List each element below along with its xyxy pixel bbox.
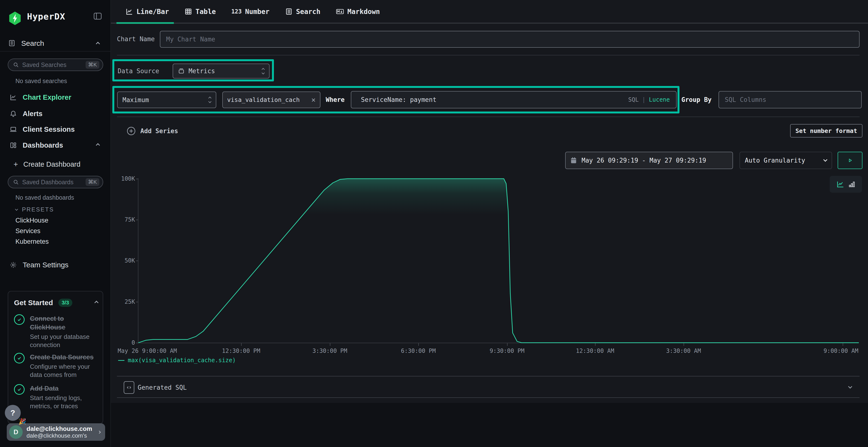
presets-header[interactable]: PRESETS — [16, 206, 54, 213]
get-started-item[interactable]: Create Data Sources Configure where your… — [14, 353, 98, 379]
get-started-item[interactable]: Connect to ClickHouse Set up your databa… — [14, 314, 98, 349]
get-started-item[interactable]: Add Data Start sending logs, metrics, or… — [14, 384, 98, 410]
x-tick-label: 9:00:00 AM — [824, 347, 859, 354]
chart-legend[interactable]: max(visa_validation_cache.size) — [118, 357, 236, 364]
sql-mode-button[interactable]: SQL — [628, 96, 639, 103]
where-input[interactable] — [351, 96, 628, 103]
sidebar-item-team-settings[interactable]: Team Settings — [0, 258, 111, 272]
avatar: D — [9, 425, 23, 439]
y-tick-label: 50K — [111, 257, 135, 264]
search-icon — [13, 62, 19, 68]
tab-label: Number — [245, 8, 270, 16]
metric-tag[interactable]: visa_validation_cach × — [222, 92, 320, 108]
aggregation-value: Maximum — [123, 96, 149, 104]
section-divider — [117, 398, 860, 398]
tab-table[interactable]: Table — [184, 8, 216, 16]
check-circle-icon — [14, 384, 25, 395]
x-tick-label: 6:30:00 PM — [401, 347, 436, 354]
shortcut-badge: ⌘K — [86, 178, 99, 186]
chart-plot-area[interactable] — [138, 178, 858, 343]
collapse-sidebar-icon[interactable] — [94, 12, 102, 20]
sidebar-item-label: Client Sessions — [23, 126, 75, 133]
tab-line-bar[interactable]: Line/Bar — [125, 8, 169, 16]
table-icon — [184, 8, 192, 15]
get-started-item-desc: Configure where your data comes from — [30, 363, 98, 379]
aggregation-select[interactable]: Maximum — [117, 92, 216, 108]
avatar-initial: D — [13, 428, 18, 436]
preset-services[interactable]: Services — [16, 227, 40, 235]
sidebar-item-alerts[interactable]: Alerts — [0, 106, 111, 121]
chevron-down-icon — [848, 385, 852, 389]
tab-label: Line/Bar — [136, 8, 169, 16]
user-menu[interactable]: D dale@clickhouse.com dale@clickhouse.co… — [7, 423, 105, 441]
chevron-up-icon[interactable] — [96, 42, 100, 46]
x-tick-label: 12:30:00 AM — [576, 347, 614, 354]
no-saved-dashboards-text: No saved dashboards — [16, 194, 74, 201]
y-axis-tick — [136, 220, 138, 220]
chevron-up-icon[interactable] — [96, 143, 100, 147]
add-series-button[interactable]: Add Series — [126, 126, 178, 136]
get-started-item-title: Create Data Sources — [30, 353, 94, 361]
shortcut-badge: ⌘K — [86, 61, 99, 69]
y-axis-tick — [136, 261, 138, 261]
user-email: dale@clickhouse.com — [27, 425, 98, 432]
saved-dashboards-placeholder: Saved Dashboards — [22, 179, 86, 186]
x-axis-tick — [684, 343, 684, 346]
tab-search[interactable]: Search — [285, 8, 320, 16]
section-divider — [117, 116, 860, 117]
search-icon — [13, 179, 19, 185]
select-chevrons-icon — [262, 68, 264, 74]
x-tick-label: 3:30:00 AM — [666, 347, 701, 354]
chevron-down-icon — [15, 208, 18, 211]
y-axis-tick — [136, 343, 138, 343]
plus-icon: + — [13, 160, 18, 169]
preset-clickhouse[interactable]: ClickHouse — [16, 217, 49, 224]
date-range-picker[interactable]: May 26 09:29:19 - May 27 09:29:19 — [565, 152, 733, 169]
help-label: ? — [10, 409, 15, 417]
team-settings-label: Team Settings — [23, 261, 68, 269]
create-dashboard-button[interactable]: + Create Dashboard — [0, 157, 111, 171]
get-started-badge: 3/3 — [58, 299, 72, 307]
check-circle-icon — [14, 353, 25, 364]
chevron-up-icon[interactable] — [94, 301, 99, 305]
line-chart-icon — [10, 94, 17, 101]
lucene-mode-button[interactable]: Lucene — [649, 96, 670, 103]
saved-searches-input[interactable]: Saved Searches ⌘K — [8, 59, 103, 71]
add-series-label: Add Series — [140, 128, 178, 135]
app-title: HyperDX — [27, 11, 65, 22]
get-started-item-desc: Set up your database connection — [30, 333, 98, 349]
get-started-item-desc: Start sending logs, metrics, or traces — [30, 394, 98, 410]
date-range-value: May 26 09:29:19 - May 27 09:29:19 — [582, 157, 706, 164]
tab-number[interactable]: 123 Number — [231, 8, 270, 16]
generated-sql-label: Generated SQL — [138, 384, 187, 391]
sidebar-item-client-sessions[interactable]: Client Sessions — [0, 122, 111, 137]
chart-name-input[interactable] — [160, 31, 860, 48]
saved-dashboards-input[interactable]: Saved Dashboards ⌘K — [8, 176, 103, 188]
lang-divider: | — [642, 96, 646, 103]
get-started-header[interactable]: Get Started 3/3 — [14, 299, 98, 307]
granularity-select[interactable]: Auto Granularity — [740, 152, 832, 169]
sidebar-section-search[interactable]: Search — [21, 39, 44, 47]
x-axis-tick — [843, 343, 843, 346]
tab-label: Table — [195, 8, 216, 16]
run-query-button[interactable] — [838, 152, 863, 169]
list-icon — [285, 8, 293, 15]
sidebar-item-chart-explorer[interactable]: Chart Explorer — [0, 90, 111, 105]
group-by-input[interactable] — [718, 91, 862, 108]
get-started-item-title: Add Data — [30, 385, 59, 392]
set-number-format-label: Set number format — [796, 128, 857, 134]
tab-markdown[interactable]: Markdown — [336, 8, 380, 16]
preset-kubernetes[interactable]: Kubernetes — [16, 238, 49, 245]
set-number-format-button[interactable]: Set number format — [790, 124, 863, 138]
remove-tag-icon[interactable]: × — [311, 96, 316, 104]
line-chart — [138, 178, 859, 343]
sidebar-item-dashboards[interactable]: Dashboards — [0, 138, 111, 152]
generated-sql-toggle[interactable]: Generated SQL — [111, 378, 868, 397]
sidebar-item-label: Alerts — [23, 110, 42, 118]
sidebar-item-label: Dashboards — [23, 141, 63, 149]
data-source-select[interactable]: Metrics — [173, 64, 270, 78]
plus-circle-icon — [126, 126, 136, 136]
markdown-icon — [336, 8, 344, 15]
help-button[interactable]: ? — [5, 405, 21, 421]
line-chart-icon — [125, 8, 133, 15]
